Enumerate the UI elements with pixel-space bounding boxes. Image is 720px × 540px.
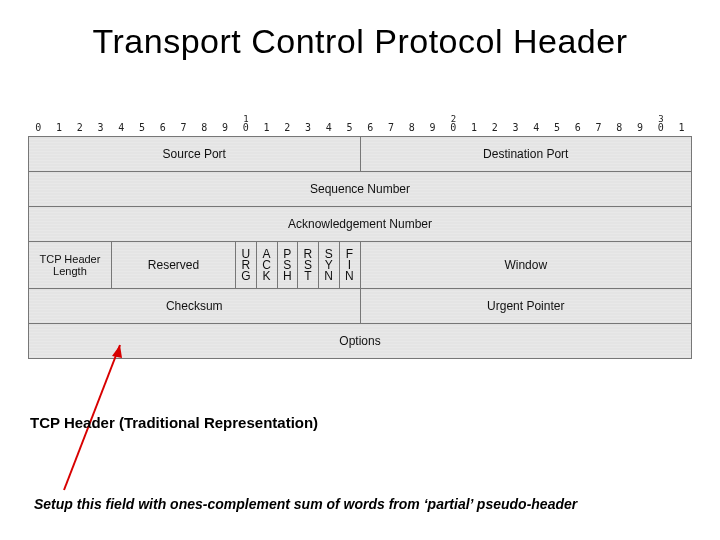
field-options: Options: [29, 324, 692, 359]
bit-label: 4: [111, 122, 132, 133]
bit-label: 3: [298, 122, 319, 133]
bit-ruler: 01234567890112345678902123456789031: [28, 112, 692, 136]
annotation-text: Setup this field with ones-complement su…: [34, 496, 694, 512]
bit-label: 02: [443, 122, 464, 133]
bit-label: 7: [173, 122, 194, 133]
flag-psh: PSH: [277, 242, 298, 289]
bit-label: 2: [277, 122, 298, 133]
bit-label: 6: [568, 122, 589, 133]
field-window: Window: [360, 242, 692, 289]
flag-ack: ACK: [256, 242, 277, 289]
row-sequence: Sequence Number: [29, 172, 692, 207]
bit-label: 8: [402, 122, 423, 133]
bit-label: 4: [526, 122, 547, 133]
bit-label: 6: [360, 122, 381, 133]
field-destination-port: Destination Port: [360, 137, 692, 172]
flag-syn: SYN: [319, 242, 340, 289]
bit-label: 1: [49, 122, 70, 133]
row-options: Options: [29, 324, 692, 359]
bit-label: 3: [505, 122, 526, 133]
bit-label: 01: [236, 122, 257, 133]
bit-label: 4: [319, 122, 340, 133]
bit-label: 5: [547, 122, 568, 133]
bit-label: 1: [671, 122, 692, 133]
bit-label: 8: [194, 122, 215, 133]
slide-title: Transport Control Protocol Header: [0, 22, 720, 61]
bit-group-marker: 2: [443, 114, 464, 124]
tcp-header-table: Source Port Destination Port Sequence Nu…: [28, 136, 692, 359]
field-reserved: Reserved: [111, 242, 235, 289]
bit-label: 2: [485, 122, 506, 133]
figure-caption: TCP Header (Traditional Representation): [30, 414, 318, 431]
bit-label: 6: [153, 122, 174, 133]
bit-label: 1: [256, 122, 277, 133]
bit-label: 9: [422, 122, 443, 133]
bit-label: 9: [215, 122, 236, 133]
flag-urg: URG: [236, 242, 257, 289]
bit-group-marker: 1: [236, 114, 257, 124]
bit-label: 5: [132, 122, 153, 133]
bit-group-marker: 3: [651, 114, 672, 124]
field-header-length: TCP Header Length: [29, 242, 112, 289]
field-checksum: Checksum: [29, 289, 361, 324]
row-checksum: Checksum Urgent Pointer: [29, 289, 692, 324]
bit-label: 5: [339, 122, 360, 133]
bit-label: 9: [630, 122, 651, 133]
field-source-port: Source Port: [29, 137, 361, 172]
bit-label: 8: [609, 122, 630, 133]
bit-label: 7: [381, 122, 402, 133]
field-ack-number: Acknowledgement Number: [29, 207, 692, 242]
bit-label: 0: [28, 122, 49, 133]
field-sequence-number: Sequence Number: [29, 172, 692, 207]
bit-label: 2: [70, 122, 91, 133]
bit-label: 03: [651, 122, 672, 133]
flag-rst: RST: [298, 242, 319, 289]
flag-fin: FIN: [339, 242, 360, 289]
row-ports: Source Port Destination Port: [29, 137, 692, 172]
row-flags: TCP Header Length Reserved URG ACK PSH R…: [29, 242, 692, 289]
bit-label: 1: [464, 122, 485, 133]
bit-label: 7: [588, 122, 609, 133]
field-urgent-pointer: Urgent Pointer: [360, 289, 692, 324]
tcp-header-diagram: 01234567890112345678902123456789031 Sour…: [28, 112, 692, 359]
row-ack: Acknowledgement Number: [29, 207, 692, 242]
bit-label: 3: [90, 122, 111, 133]
